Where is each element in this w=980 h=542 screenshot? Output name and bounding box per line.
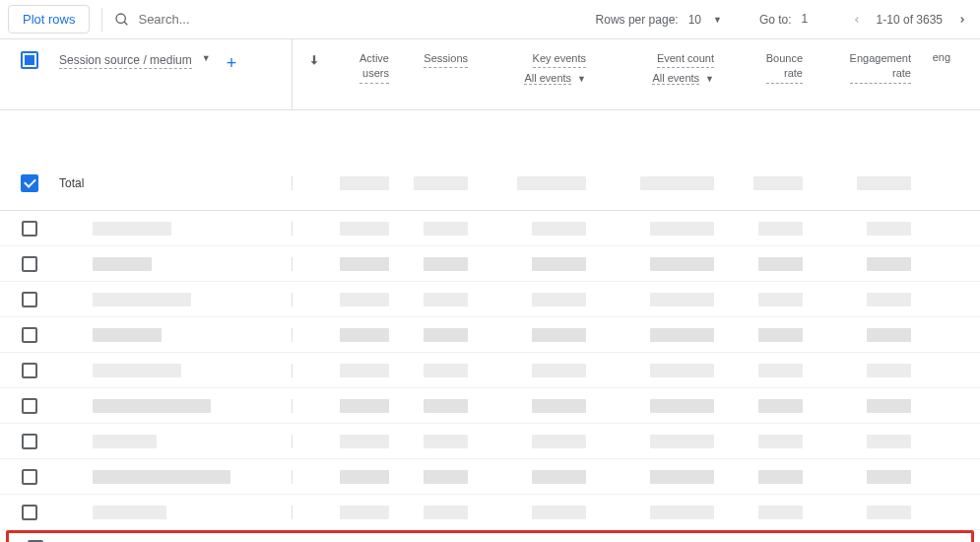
total-checkbox[interactable]	[21, 174, 38, 192]
col-event-count[interactable]: Event count All events▼	[594, 39, 722, 109]
search-wrap	[114, 12, 587, 28]
divider	[101, 8, 102, 32]
plot-rows-button[interactable]: Plot rows	[8, 5, 90, 34]
col-sessions[interactable]: Sessions	[397, 39, 476, 109]
row-checkbox[interactable]	[22, 327, 37, 343]
table-row	[0, 459, 980, 495]
goto-label: Go to:	[759, 13, 792, 27]
svg-line-1	[124, 22, 127, 25]
add-dimension-button[interactable]: +	[227, 53, 237, 74]
row-checkbox[interactable]	[22, 363, 37, 378]
rows-per-page-value[interactable]: 10	[688, 13, 701, 27]
table-row	[0, 424, 980, 459]
col-engagement-rate[interactable]: Engagement rate	[811, 39, 919, 109]
table-row	[0, 282, 980, 317]
col-key-events[interactable]: Key events All events▼	[476, 39, 594, 109]
table-row-highlighted: 10 bing / organic 5,984 17,246 21,596.00…	[6, 530, 974, 542]
table-row	[0, 211, 980, 246]
toolbar: Plot rows Rows per page: 10 ▼ Go to: 1-1…	[0, 0, 980, 39]
dimension-label: Session source / medium	[59, 53, 192, 69]
rows-per-page-dropdown-icon[interactable]: ▼	[713, 15, 722, 25]
page-range: 1-10 of 3635	[877, 13, 943, 27]
total-row: Total	[0, 156, 980, 211]
spacer	[0, 110, 980, 156]
row-checkbox[interactable]	[22, 221, 37, 237]
select-all-checkbox[interactable]	[21, 51, 38, 69]
row-checkbox[interactable]	[22, 469, 37, 485]
dimension-header[interactable]: Session source / medium ▼ +	[59, 39, 292, 109]
table-row	[0, 388, 980, 424]
pager: Rows per page: 10 ▼ Go to: 1-10 of 3635	[596, 10, 972, 30]
next-page-button[interactable]	[952, 10, 972, 30]
table-row	[0, 353, 980, 388]
table-header: Session source / medium ▼ + Active users…	[0, 39, 980, 110]
col-extra[interactable]: eng	[919, 39, 958, 109]
select-all-cell	[0, 39, 59, 109]
prev-page-button[interactable]	[847, 10, 867, 30]
dimension-dropdown-icon[interactable]: ▼	[202, 53, 211, 63]
row-checkbox[interactable]	[22, 256, 37, 272]
row-checkbox[interactable]	[22, 398, 37, 414]
table-row	[0, 495, 980, 530]
col-bounce-rate[interactable]: Bounce rate	[722, 39, 811, 109]
search-icon	[114, 12, 130, 28]
row-checkbox[interactable]	[22, 434, 37, 449]
svg-point-0	[116, 14, 125, 23]
metrics-header: Active users Sessions Key events All eve…	[292, 39, 980, 109]
row-checkbox[interactable]	[22, 292, 37, 307]
row-checkbox[interactable]	[22, 505, 37, 520]
col-active-users[interactable]: Active users	[328, 39, 397, 109]
total-label: Total	[59, 176, 84, 190]
key-events-dropdown-icon[interactable]: ▼	[577, 74, 586, 84]
search-input[interactable]	[138, 12, 335, 27]
table-row	[0, 317, 980, 353]
table-row	[0, 246, 980, 282]
event-count-dropdown-icon[interactable]: ▼	[705, 74, 714, 84]
rows-per-page-label: Rows per page:	[596, 13, 679, 27]
goto-input[interactable]	[802, 12, 837, 27]
sort-indicator[interactable]	[300, 39, 328, 109]
